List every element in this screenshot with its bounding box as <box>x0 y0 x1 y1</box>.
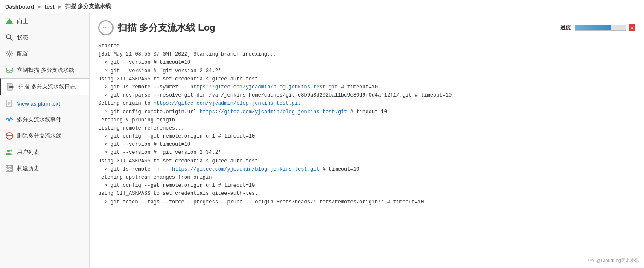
sidebar-item-status[interactable]: 状态 <box>0 29 89 46</box>
git-url-link[interactable]: https://gitee.com/yjcadmin/blog-jenkins-… <box>200 109 347 115</box>
sidebar-item-event[interactable]: 多分支流水线事件 <box>0 112 89 128</box>
svg-point-16 <box>10 150 12 152</box>
sidebar-item-plain[interactable]: View as plain text <box>0 95 89 112</box>
progress-bar-fill <box>575 25 611 30</box>
git-url-link[interactable]: https://gitee.com/yjcadmin/blog-jenkins-… <box>190 84 338 90</box>
log-line-5: > git ls-remote --symref -- https://gite… <box>98 83 635 91</box>
sidebar-label-config: 配置 <box>17 50 28 58</box>
log-line-11: > git config --get remote.origin.url # t… <box>98 133 635 141</box>
svg-point-3 <box>8 53 11 55</box>
log-line-3: > git --version # 'git version 2.34.2' <box>98 67 635 75</box>
sidebar-item-up[interactable]: 向上 <box>0 13 89 29</box>
svg-point-1 <box>6 35 11 39</box>
svg-line-2 <box>10 38 12 41</box>
progress-label: 进度: <box>560 24 572 32</box>
scan-icon <box>5 66 14 74</box>
log-line-8: > git config remote.origin.url https://g… <box>98 108 635 116</box>
delete-icon <box>5 132 14 140</box>
plain-icon <box>5 99 14 108</box>
sidebar-item-scan[interactable]: 立刻扫描 多分支流水线 <box>0 62 89 78</box>
log-line-1: [Sat May 21 08:55:07 GMT 2022] Starting … <box>98 50 635 59</box>
sidebar-item-history[interactable]: 构建历史 <box>0 160 89 177</box>
log-line-10: Listing remote references... <box>98 124 635 133</box>
log-line-0: Started <box>98 42 635 50</box>
sidebar-label-status: 状态 <box>17 34 28 41</box>
breadcrumb: Dashboard ► test ► 扫描 多分支流水线 <box>0 0 644 13</box>
sidebar-label-up: 向上 <box>17 18 28 25</box>
stop-button[interactable]: ✕ <box>629 24 635 31</box>
log-line-12: > git --version # timeout=10 <box>98 141 635 149</box>
users-icon <box>5 148 14 156</box>
progress-bar-container <box>575 25 626 31</box>
log-line-4: using GIT_ASKPASS to set credentials git… <box>98 75 635 83</box>
svg-marker-7 <box>9 86 13 88</box>
svg-point-15 <box>7 150 10 152</box>
sidebar-item-users[interactable]: 用户列表 <box>0 144 89 160</box>
log-line-9: Fetching & pruning origin... <box>98 116 635 124</box>
log-line-15: > git ls-remote -h -- https://gitee.com/… <box>98 165 635 174</box>
log-line-6: > git rev-parse --resolve-git-dir /var/j… <box>98 91 635 100</box>
sidebar-label-users: 用户列表 <box>17 148 39 156</box>
sidebar-label-plain: View as plain text <box>17 100 60 107</box>
log-line-2: > git --version # timeout=10 <box>98 59 635 67</box>
progress-area: 进度: ✕ <box>560 24 635 32</box>
sidebar-label-delete: 删除多分支流水线 <box>17 132 61 140</box>
up-icon <box>5 17 14 26</box>
title-row: ··· 扫描 多分支流水线 Log 进度: ✕ <box>98 20 635 35</box>
svg-marker-0 <box>6 18 13 24</box>
breadcrumb-sep-1: ► <box>37 3 42 10</box>
log-line-13: > git --version # 'git version 2.34.2' <box>98 149 635 157</box>
config-icon <box>5 50 14 58</box>
page-title-text: 扫描 多分支流水线 Log <box>118 21 216 34</box>
sidebar-item-log[interactable]: 扫描 多分支流水线日志 <box>0 78 89 95</box>
history-icon <box>5 164 14 173</box>
status-icon <box>5 33 14 42</box>
sidebar-label-scan: 立刻扫描 多分支流水线 <box>17 66 74 74</box>
sidebar: 向上状态配置立刻扫描 多分支流水线扫描 多分支流水线日志View as plai… <box>0 13 90 268</box>
sidebar-item-delete[interactable]: 删除多分支流水线 <box>0 128 89 144</box>
log-line-14: using GIT_ASKPASS to set credentials git… <box>98 157 635 165</box>
breadcrumb-sep-2: ► <box>57 3 63 10</box>
svg-marker-8 <box>13 86 15 88</box>
sidebar-label-log: 扫描 多分支流水线日志 <box>18 83 76 91</box>
title-spinner-icon: ··· <box>98 20 114 35</box>
log-output: Started[Sat May 21 08:55:07 GMT 2022] St… <box>98 42 635 206</box>
log-line-7: Setting origin to https://gitee.com/yjca… <box>98 100 635 108</box>
sidebar-label-event: 多分支流水线事件 <box>17 116 61 124</box>
sidebar-label-history: 构建历史 <box>17 165 39 172</box>
sidebar-item-config[interactable]: 配置 <box>0 46 89 62</box>
log-line-18: using GIT_ASKPASS to set credentials git… <box>98 190 635 198</box>
git-url-link[interactable]: https://gitee.com/yjcadmin/blog-jenkins-… <box>154 100 301 106</box>
log-icon <box>6 82 15 91</box>
breadcrumb-pipeline: 扫描 多分支流水线 <box>65 3 111 10</box>
breadcrumb-test[interactable]: test <box>45 3 55 10</box>
event-icon <box>5 115 14 124</box>
git-url-link[interactable]: https://gitee.com/yjcadmin/blog-jenkins-… <box>172 166 320 172</box>
log-line-19: > git fetch --tags --force --progress --… <box>98 198 635 206</box>
page-title: ··· 扫描 多分支流水线 Log <box>98 20 216 35</box>
log-line-16: Fetching upstream changes from origin <box>98 174 635 182</box>
log-line-17: > git config --get remote.origin.url # t… <box>98 182 635 190</box>
main-content: ··· 扫描 多分支流水线 Log 进度: ✕ Started[Sat May … <box>90 13 644 268</box>
breadcrumb-dashboard[interactable]: Dashboard <box>5 3 34 10</box>
svg-rect-17 <box>6 165 13 171</box>
